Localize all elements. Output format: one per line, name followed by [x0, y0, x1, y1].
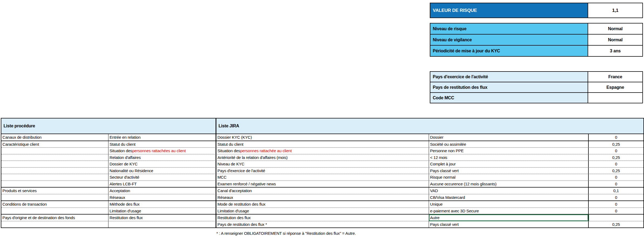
cell-procedure-item[interactable]: Nationalité ou Résidence — [108, 168, 216, 174]
procedure-group-text: Caractéristique client — [2, 142, 39, 147]
cell-jira-item[interactable]: Examen renforcé / négative news — [216, 181, 429, 187]
jira-item-text: Dossier KYC (KYC) — [217, 135, 252, 140]
cell-jira-item[interactable]: Limitation d'usage — [216, 208, 429, 214]
cell-answer[interactable]: Risque normal — [429, 174, 589, 181]
cell-answer[interactable]: Unique — [429, 201, 589, 208]
cell-jira-item[interactable]: Pays de restitution des flux * — [216, 221, 429, 228]
periodicite-kyc-value-cell[interactable]: 3 ans — [588, 45, 643, 57]
cell-jira-item[interactable]: Mode de restitution des flux — [216, 201, 429, 208]
cell-jira-item[interactable]: Statut du client — [216, 141, 429, 148]
level-row-vigilance: Niveau de vigilance Normal — [430, 34, 643, 46]
cell-jira-item[interactable]: Niveau de KYC — [216, 161, 429, 167]
cell-jira-item[interactable]: Restitution des flux — [216, 215, 429, 221]
cell-score[interactable]: 0,25 — [589, 168, 643, 174]
procedure-item-text: Réseaux — [110, 195, 125, 200]
pays-exercice-label-cell[interactable]: Pays d'exercice de l'activité — [430, 71, 588, 82]
cell-procedure-item[interactable]: Dossier de KYC — [108, 161, 216, 167]
cell-answer[interactable]: < 12 mois — [429, 154, 589, 161]
risk-value-cell[interactable]: 1,1 — [588, 3, 643, 18]
cell-procedure-item[interactable]: Restitution des flux — [108, 215, 216, 221]
cell-score[interactable]: 0,25 — [589, 154, 643, 161]
procedure-item-text: Alertes LCB-FT — [110, 182, 137, 186]
code-mcc-label-cell[interactable]: Code MCC — [430, 92, 588, 103]
cell-procedure-group[interactable] — [1, 194, 108, 201]
cell-jira-item[interactable]: Situation des personnes rattachée au cli… — [216, 148, 429, 154]
cell-procedure-group[interactable] — [1, 148, 108, 154]
cell-score[interactable]: 0,25 — [589, 141, 643, 148]
selection-fill-handle[interactable] — [587, 220, 589, 221]
pays-restitution-value: Espagne — [606, 85, 624, 90]
cell-procedure-group[interactable] — [1, 168, 108, 174]
cell-answer[interactable]: Aucune occurence (12 mois glissants) — [429, 181, 589, 187]
procedure-item-text: Relation d'affaires — [110, 155, 141, 160]
cell-procedure-item[interactable]: Relation d'affaires — [108, 154, 216, 161]
cell-procedure-group[interactable] — [1, 174, 108, 181]
niveau-risque-label-cell[interactable]: Niveau de risque — [430, 23, 588, 35]
cell-procedure-item[interactable]: Entrée en relation — [108, 134, 216, 141]
cell-score[interactable] — [589, 215, 643, 221]
cell-procedure-group[interactable]: Caractéristique client — [1, 141, 108, 148]
cell-score[interactable]: 0 — [589, 161, 643, 167]
cell-procedure-item[interactable]: Réseaux — [108, 194, 216, 201]
cell-score[interactable]: 0,25 — [589, 221, 643, 228]
cell-score[interactable]: 0 — [589, 174, 643, 181]
cell-answer[interactable]: Complet à jour — [429, 161, 589, 167]
cell-answer[interactable]: Personne non PPE — [429, 148, 589, 154]
cell-procedure-group[interactable]: Conditions de transaction — [1, 201, 108, 208]
cell-procedure-item[interactable]: Statut du client — [108, 141, 216, 148]
table-row: Secteur d'activité MCC Risque normal 0 — [1, 174, 643, 181]
cell-answer[interactable]: Pays classé vert — [429, 221, 589, 228]
pays-exercice-value-cell[interactable]: France — [588, 71, 643, 82]
cell-procedure-group[interactable] — [1, 181, 108, 187]
cell-procedure-group[interactable] — [1, 154, 108, 161]
cell-procedure-group[interactable]: Pays d'origine et de destination des fon… — [1, 215, 108, 221]
niveau-risque-value-cell[interactable]: Normal — [588, 23, 643, 35]
cell-answer[interactable]: Dossier — [429, 134, 589, 141]
cell-procedure-group[interactable]: Produits et services — [1, 188, 108, 194]
cell-procedure-item[interactable] — [108, 221, 216, 228]
risk-value-label-cell[interactable]: VALEUR DE RISQUE — [430, 3, 588, 18]
niveau-vigilance-label-cell[interactable]: Niveau de vigilance — [430, 34, 588, 46]
cell-procedure-item[interactable]: Acceptation — [108, 188, 216, 194]
cell-jira-item[interactable]: MCC — [216, 174, 429, 181]
cell-score[interactable]: 0 — [589, 208, 643, 214]
table-row: Pays d'origine et de destination des fon… — [1, 214, 643, 221]
periodicite-kyc-label-cell[interactable]: Périodicité de mise à jour du KYC — [430, 45, 588, 57]
cell-score[interactable]: 0,1 — [589, 188, 643, 194]
header-liste-jira[interactable]: Liste JIRA — [216, 118, 643, 134]
cell-jira-item[interactable]: Canal d'acceptation — [216, 188, 429, 194]
pays-restitution-value-cell[interactable]: Espagne — [588, 82, 643, 93]
jira-item-text: Mode de restitution des flux — [217, 202, 265, 206]
cell-answer[interactable]: Autre — [429, 215, 589, 221]
cell-score[interactable]: 0 — [589, 201, 643, 208]
cell-score[interactable]: 0 — [589, 194, 643, 201]
risk-value: 1,1 — [612, 8, 618, 13]
cell-answer[interactable]: e-paiement avec 3D Secure — [429, 208, 589, 214]
cell-answer[interactable]: Pays classé vert — [429, 168, 589, 174]
header-liste-procedure[interactable]: Liste procédure — [1, 118, 216, 134]
cell-procedure-item[interactable]: Situation des personnes rattachées au cl… — [108, 148, 216, 154]
cell-jira-item[interactable]: Antériorité de la relation d'affaires (m… — [216, 154, 429, 161]
cell-answer[interactable]: Société ou assimilée — [429, 141, 589, 148]
cell-score[interactable]: 0 — [589, 134, 643, 141]
cell-answer[interactable]: CB/Visa Mastercard — [429, 194, 589, 201]
cell-answer[interactable]: VAD — [429, 188, 589, 194]
cell-procedure-item[interactable]: Limitation d'usage — [108, 208, 216, 214]
cell-jira-item[interactable]: Réseaux — [216, 194, 429, 201]
pays-restitution-label-cell[interactable]: Pays de restitution des flux — [430, 82, 588, 93]
cell-procedure-item[interactable]: Alertes LCB-FT — [108, 181, 216, 187]
cell-score[interactable]: 0 — [589, 148, 643, 154]
answer-text: VAD — [430, 188, 438, 193]
dropdown-arrow-button[interactable] — [588, 215, 589, 221]
cell-procedure-item[interactable]: Méthode des flux — [108, 201, 216, 208]
niveau-vigilance-value-cell[interactable]: Normal — [588, 34, 643, 46]
code-mcc-value-cell[interactable] — [588, 92, 643, 103]
cell-jira-item[interactable]: Pays d'exercice de l'activité — [216, 168, 429, 174]
cell-jira-item[interactable]: Dossier KYC (KYC) — [216, 134, 429, 141]
cell-score[interactable]: 0 — [589, 181, 643, 187]
cell-procedure-group[interactable] — [1, 208, 108, 214]
cell-procedure-group[interactable] — [1, 221, 108, 228]
cell-procedure-item[interactable]: Secteur d'activité — [108, 174, 216, 181]
cell-procedure-group[interactable]: Canaux de distribution — [1, 134, 108, 141]
cell-procedure-group[interactable] — [1, 161, 108, 167]
